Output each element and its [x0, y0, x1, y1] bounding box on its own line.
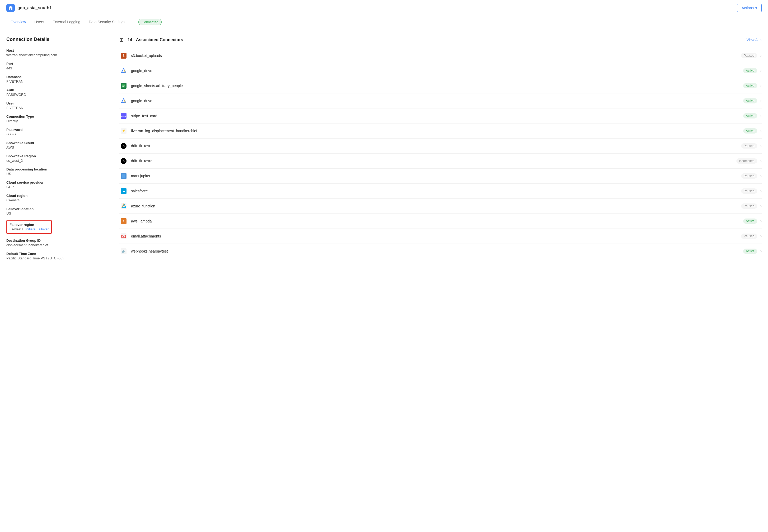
connector-chevron-icon[interactable]: ›	[760, 249, 762, 254]
connector-chevron-icon[interactable]: ›	[760, 83, 762, 88]
connector-row[interactable]: S s3.bucket_uploads Paused ›	[119, 48, 762, 63]
connector-name: webhooks.hearsaytest	[131, 249, 743, 253]
connector-status-badge: Paused	[741, 173, 757, 179]
tab-overview[interactable]: Overview	[6, 16, 30, 28]
connector-row[interactable]: azure_function Paused ›	[119, 199, 762, 214]
svg-text:S: S	[122, 54, 125, 58]
svg-text:🔗: 🔗	[122, 249, 125, 253]
connector-row[interactable]: ⊙ drift_fk_test2 Incomplete ›	[119, 154, 762, 169]
connector-chevron-icon[interactable]: ›	[760, 204, 762, 208]
connector-chevron-icon[interactable]: ›	[760, 129, 762, 133]
drift-icon: ⊙	[119, 157, 128, 165]
view-all-button[interactable]: View All ›	[747, 38, 762, 42]
detail-snowflake-region: Snowflake Region us_west_2	[6, 154, 107, 163]
connector-chevron-icon[interactable]: ›	[760, 113, 762, 118]
connector-status-badge: Paused	[741, 234, 757, 239]
connector-name: s3.bucket_uploads	[131, 54, 741, 58]
detail-password: Password ••••••	[6, 128, 107, 136]
connector-chevron-icon[interactable]: ›	[760, 53, 762, 58]
connectors-title-group: ⊞ 14 Associated Connectors	[119, 37, 183, 43]
fivetran-icon: ⚡	[119, 127, 128, 135]
chevron-right-icon: ›	[760, 38, 762, 42]
connector-chevron-icon[interactable]: ›	[760, 234, 762, 239]
connectors-panel: ⊞ 14 Associated Connectors View All › S …	[119, 37, 762, 265]
connectors-count: 14	[127, 37, 132, 42]
connector-name: fivetran_log_displacement_handkerchief	[131, 129, 743, 133]
header-left: gcp_asia_south1	[6, 4, 52, 12]
connector-chevron-icon[interactable]: ›	[760, 68, 762, 73]
gdrive-icon	[119, 67, 128, 75]
connector-row[interactable]: ⊙ drift_fk_test Paused ›	[119, 139, 762, 154]
nav: Overview Users External Logging Data Sec…	[0, 16, 768, 28]
detail-default-time-zone: Default Time Zone Pacific Standard Time …	[6, 252, 107, 260]
svg-rect-9	[122, 85, 125, 85]
connection-details-panel: Connection Details Host fivetran.snowfla…	[6, 37, 107, 265]
connector-row[interactable]: ☁ salesforce Paused ›	[119, 184, 762, 199]
main-content: Connection Details Host fivetran.snowfla…	[0, 28, 768, 273]
initiate-failover-link[interactable]: Initiate Failover	[25, 227, 49, 231]
gdrive-icon	[119, 97, 128, 105]
connection-details-title: Connection Details	[6, 37, 107, 42]
stripe-icon: stripe	[119, 112, 128, 120]
connector-status-badge: Paused	[741, 53, 757, 58]
svg-rect-11	[122, 86, 124, 87]
connector-name: mars.jupiter	[131, 174, 741, 178]
detail-database: Database FIVETRAN	[6, 75, 107, 83]
salesforce-icon: ☁	[119, 187, 128, 195]
tab-data-security-settings[interactable]: Data Security Settings	[84, 16, 130, 28]
svg-rect-26	[122, 174, 125, 178]
svg-text:☁: ☁	[122, 190, 125, 192]
connector-name: azure_function	[131, 204, 741, 208]
detail-destination-group-id: Destination Group ID displacement_handke…	[6, 239, 107, 247]
connector-status-badge: Paused	[741, 203, 757, 209]
connector-chevron-icon[interactable]: ›	[760, 98, 762, 103]
svg-text:⚡: ⚡	[122, 129, 125, 132]
connector-row[interactable]: google_drive Active ›	[119, 63, 762, 78]
connector-name: google_sheets.arbitrary_people	[131, 84, 743, 88]
svg-text:⊙: ⊙	[122, 145, 125, 148]
detail-failover-location: Failover location US	[6, 207, 107, 215]
mars-icon	[119, 172, 128, 180]
connector-row[interactable]: λ aws_lambda Active ›	[119, 214, 762, 229]
connector-chevron-icon[interactable]: ›	[760, 189, 762, 193]
email-icon	[119, 232, 128, 240]
detail-auth: Auth PASSWORD	[6, 88, 107, 97]
connector-chevron-icon[interactable]: ›	[760, 159, 762, 163]
connector-name: drift_fk_test2	[131, 159, 736, 163]
connector-row[interactable]: mars.jupiter Paused ›	[119, 169, 762, 184]
svg-text:λ: λ	[123, 220, 124, 223]
connector-status-badge: Paused	[741, 188, 757, 194]
detail-cloud-service-provider: Cloud service provider GCP	[6, 181, 107, 189]
tab-external-logging[interactable]: External Logging	[48, 16, 84, 28]
connector-row[interactable]: ⚡ fivetran_log_displacement_handkerchief…	[119, 123, 762, 139]
lambda-icon: λ	[119, 217, 128, 225]
connector-row[interactable]: google_sheets.arbitrary_people Active ›	[119, 78, 762, 93]
tab-users[interactable]: Users	[30, 16, 48, 28]
connector-status-badge: Incomplete	[736, 158, 757, 164]
sheets-icon	[119, 82, 128, 90]
nav-divider	[134, 19, 134, 25]
connector-row[interactable]: google_drive_ Active ›	[119, 93, 762, 108]
connector-row[interactable]: 🔗 webhooks.hearsaytest Active ›	[119, 244, 762, 259]
connector-status-badge: Active	[743, 98, 757, 103]
actions-button[interactable]: Actions ▾	[737, 4, 762, 12]
s3-icon: S	[119, 51, 128, 60]
connector-status-badge: Active	[743, 249, 757, 254]
connector-status-badge: Active	[743, 219, 757, 224]
connector-name: drift_fk_test	[131, 144, 741, 148]
connector-chevron-icon[interactable]: ›	[760, 174, 762, 178]
connector-name: google_drive_	[131, 99, 743, 103]
webhooks-icon: 🔗	[119, 247, 128, 255]
connector-chevron-icon[interactable]: ›	[760, 144, 762, 148]
detail-connection-type: Connection Type Directly	[6, 115, 107, 123]
chevron-down-icon: ▾	[755, 6, 757, 10]
connector-name: aws_lambda	[131, 219, 743, 223]
detail-snowflake-cloud: Snowflake Cloud AWS	[6, 141, 107, 149]
connected-badge: Connected	[138, 19, 162, 25]
connector-status-badge: Active	[743, 68, 757, 73]
connector-row[interactable]: stripe stripe_test_card Active ›	[119, 108, 762, 123]
connectors-list: S s3.bucket_uploads Paused › google_driv…	[119, 48, 762, 259]
connector-chevron-icon[interactable]: ›	[760, 219, 762, 224]
connector-row[interactable]: email.attachments Paused ›	[119, 229, 762, 244]
connector-status-badge: Active	[743, 113, 757, 118]
